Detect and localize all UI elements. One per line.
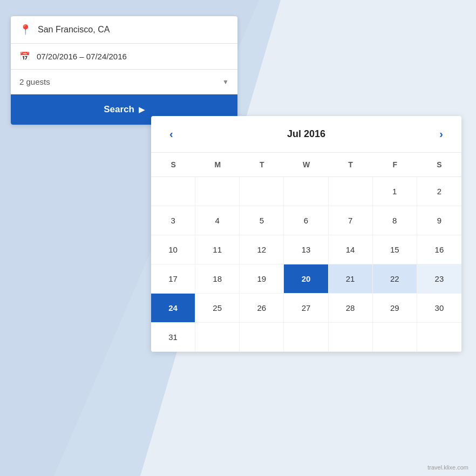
calendar-day[interactable]: 28 (329, 294, 373, 323)
calendar-day (240, 323, 284, 352)
calendar-day[interactable]: 23 (417, 264, 461, 294)
calendar-day[interactable]: 19 (240, 264, 284, 294)
calendar-day[interactable]: 5 (240, 206, 284, 235)
location-field[interactable]: 📍 San Francisco, CA (11, 16, 237, 44)
calendar-day[interactable]: 30 (417, 294, 461, 323)
calendar-day[interactable]: 8 (373, 206, 417, 235)
day-header-fri: F (373, 153, 417, 176)
calendar-day[interactable]: 24 (151, 294, 195, 323)
calendar-day[interactable]: 14 (329, 235, 373, 264)
calendar-day (284, 177, 328, 206)
calendar-day[interactable]: 22 (373, 264, 417, 294)
calendar-day (240, 177, 284, 206)
next-month-button[interactable]: › (434, 126, 448, 142)
guests-value: 2 guests (19, 77, 50, 86)
calendar-day (195, 323, 240, 352)
guests-field[interactable]: 2 guests ▼ (11, 70, 237, 94)
calendar-day[interactable]: 18 (195, 264, 240, 294)
calendar-day (195, 177, 240, 206)
calendar-day (417, 323, 461, 352)
calendar-day[interactable]: 16 (417, 235, 461, 264)
calendar-day[interactable]: 15 (373, 235, 417, 264)
calendar-day[interactable]: 17 (151, 264, 195, 294)
day-header-sat: S (417, 153, 461, 176)
calendar-day[interactable]: 11 (195, 235, 240, 264)
calendar-grid: S M T W T F S 12345678910111213141516171… (151, 153, 461, 352)
watermark: travel.klixe.com (427, 464, 468, 471)
calendar-day[interactable]: 20 (284, 264, 328, 294)
calendar-day[interactable]: 12 (240, 235, 284, 264)
calendar-day[interactable]: 6 (284, 206, 328, 235)
calendar-day (284, 323, 328, 352)
calendar-day[interactable]: 4 (195, 206, 240, 235)
calendar-day[interactable]: 1 (373, 177, 417, 206)
search-panel: 📍 San Francisco, CA 📅 07/20/2016 – 07/24… (11, 16, 237, 125)
date-value: 07/20/2016 – 07/24/2016 (37, 52, 127, 61)
calendar-day[interactable]: 26 (240, 294, 284, 323)
calendar-day (329, 177, 373, 206)
calendar-day[interactable]: 2 (417, 177, 461, 206)
day-header-sun: S (151, 153, 195, 176)
location-value: San Francisco, CA (38, 25, 110, 35)
search-button-label: Search (104, 104, 134, 115)
calendar: ‹ Jul 2016 › S M T W T F S 1234567891011… (151, 116, 461, 352)
calendar-day[interactable]: 31 (151, 323, 195, 352)
search-button-arrow: ▶ (139, 105, 145, 114)
calendar-month-title: Jul 2016 (287, 128, 325, 140)
day-header-mon: M (195, 153, 240, 176)
calendar-day[interactable]: 21 (329, 264, 373, 294)
day-header-wed: W (284, 153, 328, 176)
calendar-day (151, 177, 195, 206)
calendar-header: ‹ Jul 2016 › (151, 116, 461, 153)
calendar-day[interactable]: 7 (329, 206, 373, 235)
day-header-thu: T (329, 153, 373, 176)
location-icon: 📍 (19, 24, 31, 36)
prev-month-button[interactable]: ‹ (164, 126, 179, 142)
day-header-tue: T (240, 153, 284, 176)
calendar-day (329, 323, 373, 352)
calendar-day (373, 323, 417, 352)
day-headers: S M T W T F S (151, 153, 461, 177)
calendar-day[interactable]: 3 (151, 206, 195, 235)
calendar-day[interactable]: 9 (417, 206, 461, 235)
calendar-day[interactable]: 25 (195, 294, 240, 323)
calendar-day[interactable]: 10 (151, 235, 195, 264)
calendar-icon: 📅 (19, 51, 30, 62)
date-field[interactable]: 📅 07/20/2016 – 07/24/2016 (11, 44, 237, 70)
calendar-day[interactable]: 29 (373, 294, 417, 323)
calendar-day[interactable]: 27 (284, 294, 328, 323)
guests-dropdown-arrow: ▼ (222, 78, 229, 86)
days-grid: 1234567891011121314151617181920212223242… (151, 177, 461, 352)
calendar-day[interactable]: 13 (284, 235, 328, 264)
